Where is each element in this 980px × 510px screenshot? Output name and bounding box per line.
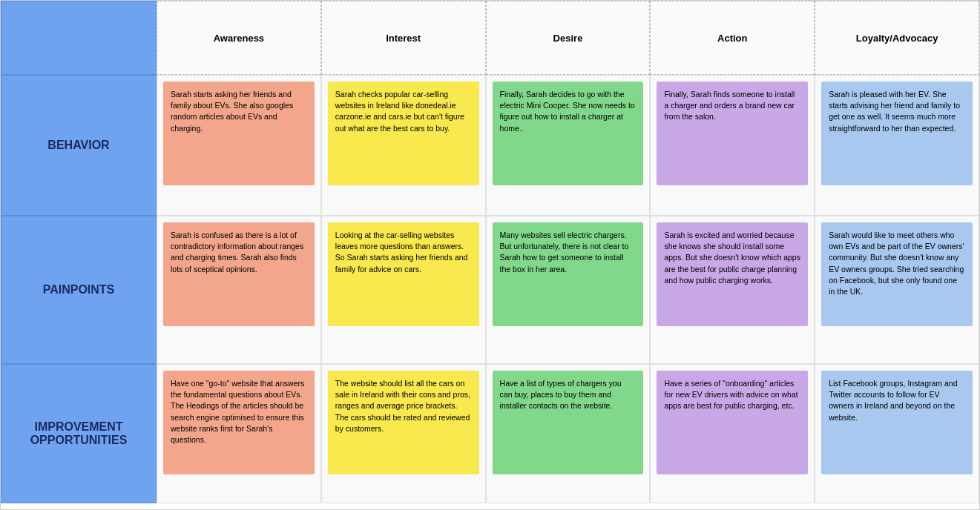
sticky-note-r1-c3: Sarah is excited and worried because she… [657,222,808,326]
cell-r2-c4: List Facebook groups, Instagram and Twit… [815,364,979,503]
cell-r2-c2: Have a list of types of chargers you can… [486,364,651,503]
cell-r2-c0: Have one "go-to" website that answers th… [157,364,321,503]
sticky-note-r2-c0: Have one "go-to" website that answers th… [163,371,315,474]
sticky-note-r0-c0: Sarah starts asking her friends and fami… [163,82,315,185]
sticky-note-r2-c3: Have a series of "onboarding" articles f… [657,371,808,474]
sticky-note-r0-c1: Sarah checks popular car-selling website… [328,82,479,185]
cell-r2-c1: The website should list all the cars on … [321,364,486,503]
cell-r1-c1: Looking at the car-selling websites leav… [321,216,486,364]
col-header-awareness: Awareness [157,1,321,75]
cell-r1-c4: Sarah would like to meet others who own … [815,216,979,364]
sticky-note-r1-c0: Sarah is confused as there is a lot of c… [163,222,315,326]
sticky-note-r0-c2: Finally, Sarah decides to go with the el… [493,82,644,185]
col-header-loyalty-advocacy: Loyalty/Advocacy [815,1,979,75]
cell-r1-c2: Many websites sell electric chargers. Bu… [486,216,651,364]
cell-r1-c3: Sarah is excited and worried because she… [650,216,815,364]
row-label-0: BEHAVIOR [1,75,157,216]
cell-r0-c2: Finally, Sarah decides to go with the el… [486,75,651,216]
cell-r0-c1: Sarah checks popular car-selling website… [321,75,486,216]
sticky-note-r1-c2: Many websites sell electric chargers. Bu… [493,222,644,326]
row-label-2: IMPROVEMENT OPPORTUNITIES [1,364,157,503]
sticky-note-r1-c4: Sarah would like to meet others who own … [821,222,973,326]
sticky-note-r2-c2: Have a list of types of chargers you can… [493,371,644,474]
cell-r0-c0: Sarah starts asking her friends and fami… [157,75,321,216]
cell-r1-c0: Sarah is confused as there is a lot of c… [157,216,321,364]
sticky-note-r1-c1: Looking at the car-selling websites leav… [328,222,479,326]
col-header-action: Action [650,1,815,75]
cell-r0-c3: Finally, Sarah finds someone to install … [650,75,815,216]
main-grid: AwarenessInterestDesireActionLoyalty/Adv… [0,0,980,510]
sticky-note-r2-c1: The website should list all the cars on … [328,371,479,474]
col-header-interest: Interest [321,1,486,75]
sticky-note-r0-c3: Finally, Sarah finds someone to install … [657,82,808,185]
sticky-note-r0-c4: Sarah is pleased with her EV. She starts… [821,82,973,185]
corner-label [1,1,157,75]
cell-r2-c3: Have a series of "onboarding" articles f… [650,364,815,503]
cell-r0-c4: Sarah is pleased with her EV. She starts… [815,75,979,216]
sticky-note-r2-c4: List Facebook groups, Instagram and Twit… [821,371,973,474]
col-header-desire: Desire [486,1,651,75]
row-label-1: PAINPOINTS [1,216,157,364]
